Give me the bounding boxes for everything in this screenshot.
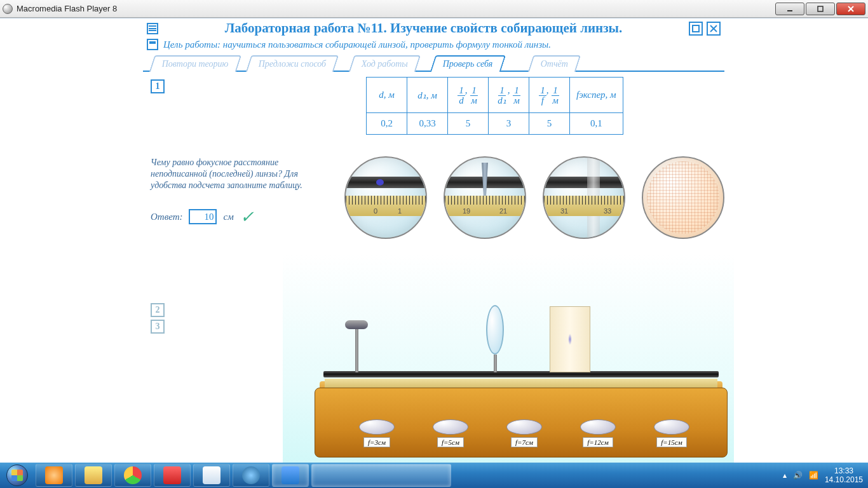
taskbar-chrome[interactable] <box>114 464 151 487</box>
th-1overf: 1f, 1м <box>529 78 570 113</box>
lens-selector: f=3см f=5см f=7см f=12см f=15см <box>359 419 689 447</box>
question-number-1[interactable]: 1 <box>151 79 165 93</box>
cell-1overf[interactable]: 5 <box>529 113 570 135</box>
start-button[interactable] <box>0 463 34 488</box>
answer-input[interactable] <box>189 209 217 224</box>
th-d: d, м <box>367 78 407 113</box>
cell-1overd[interactable]: 5 <box>448 113 489 135</box>
magnifier-screen[interactable]: 31 33 <box>543 156 625 239</box>
tray-arrow-icon[interactable]: ▴ <box>783 471 787 480</box>
cell-d[interactable]: 0,2 <box>367 113 407 135</box>
light-source[interactable] <box>345 320 368 372</box>
question-number-2[interactable]: 2 <box>151 303 165 317</box>
app-header: Лабораторная работа №11. Изучение свойст… <box>143 19 724 37</box>
clock[interactable]: 13:33 14.10.2015 <box>825 466 863 485</box>
question-text: Чему равно фокусное расстояние неподписа… <box>151 157 320 192</box>
taskbar-scales[interactable] <box>233 464 269 487</box>
magnifier-source[interactable]: 0 1 <box>344 156 427 239</box>
app-root: Лабораторная работа №11. Изучение свойст… <box>143 19 724 470</box>
answer-unit: см <box>223 212 233 222</box>
screen-on-bench[interactable] <box>550 306 590 372</box>
windows-orb-icon <box>6 464 28 486</box>
fullscreen-button[interactable] <box>689 22 703 36</box>
flash-icon <box>3 4 13 14</box>
exit-button[interactable] <box>707 22 721 36</box>
close-button[interactable] <box>836 3 865 15</box>
cell-fexp[interactable]: 0,1 <box>570 113 623 135</box>
taskbar-word[interactable] <box>272 464 309 487</box>
optical-bench: f=3см f=5см f=7см f=12см f=15см <box>315 292 728 458</box>
contents-icon[interactable] <box>147 23 158 34</box>
answer-row: Ответ: см ✓ <box>151 207 320 227</box>
cell-d1[interactable]: 0,33 <box>407 113 448 135</box>
network-icon[interactable]: 📶 <box>809 471 818 480</box>
lens-7cm[interactable]: f=7см <box>506 419 542 447</box>
app-subheader: Цель работы: научиться пользоваться соби… <box>143 37 724 54</box>
data-table: d, м d₁, м 1d, 1м 1d₁, 1м 1f, 1м fэкспер… <box>366 77 623 135</box>
maximize-button[interactable] <box>806 3 835 15</box>
tab-method[interactable]: Предложи способ <box>246 55 339 72</box>
th-1overd1: 1d₁, 1м <box>489 78 529 113</box>
taskbar: ▴ 🔊 📶 13:33 14.10.2015 <box>0 463 868 488</box>
tab-report[interactable]: Отчёт <box>528 55 581 72</box>
tabs: Повтори теорию Предложи способ Ход работ… <box>143 55 724 72</box>
magnifier-lens[interactable]: 19 21 <box>444 156 526 239</box>
answer-label: Ответ: <box>151 212 182 222</box>
tab-procedure[interactable]: Ход работы <box>349 55 421 72</box>
lens-3cm[interactable]: f=3см <box>359 419 395 447</box>
cell-1overd1[interactable]: 3 <box>489 113 529 135</box>
minimize-button[interactable] <box>775 3 804 15</box>
taskbar-app-red[interactable] <box>154 464 191 487</box>
goal-text: Цель работы: научиться пользоваться соби… <box>163 39 551 50</box>
svg-rect-4 <box>693 25 699 32</box>
taskbar-flashplayer[interactable] <box>311 464 451 487</box>
system-tray[interactable]: ▴ 🔊 📶 13:33 14.10.2015 <box>778 466 868 485</box>
bench-area: f=3см f=5см f=7см f=12см f=15см <box>283 254 734 470</box>
toolbar-placeholder <box>0 18 868 18</box>
question-number-3[interactable]: 3 <box>151 320 165 334</box>
lens-12cm[interactable]: f=12см <box>580 419 616 447</box>
taskbar-explorer[interactable] <box>75 464 112 487</box>
th-fexp: fэкспер, м <box>570 78 623 113</box>
lens-on-bench[interactable] <box>486 305 504 372</box>
magnifiers: 0 1 19 21 31 33 <box>344 156 724 239</box>
lens-5cm[interactable]: f=5см <box>433 419 468 447</box>
taskbar-notepad[interactable] <box>193 464 230 487</box>
taskbar-media[interactable] <box>36 464 72 487</box>
calculator-icon[interactable] <box>147 39 158 50</box>
window-titlebar: Macromedia Flash Player 8 <box>0 0 868 18</box>
window-title: Macromedia Flash Player 8 <box>17 4 774 13</box>
volume-icon[interactable]: 🔊 <box>793 471 803 480</box>
lens-15cm[interactable]: f=15см <box>654 419 689 447</box>
check-icon[interactable]: ✓ <box>240 207 254 227</box>
svg-rect-1 <box>818 6 823 11</box>
th-d1: d₁, м <box>407 78 448 113</box>
page-title: Лабораторная работа №11. Изучение свойст… <box>163 20 684 36</box>
tab-selftest[interactable]: Проверь себя <box>430 55 506 72</box>
th-1overd: 1d, 1м <box>448 78 489 113</box>
magnifier-image[interactable] <box>642 156 724 239</box>
tab-theory[interactable]: Повтори теорию <box>149 55 241 72</box>
